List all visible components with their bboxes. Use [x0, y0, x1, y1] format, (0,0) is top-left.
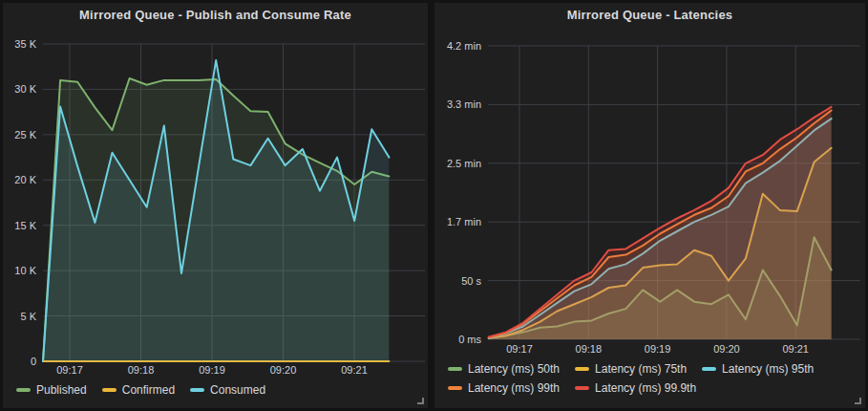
svg-text:3.3 min: 3.3 min: [447, 98, 481, 110]
legend-series-label[interactable]: Consumed: [210, 383, 265, 397]
latency-chart[interactable]: 0 ms50 s1.7 min2.5 min3.3 min4.2 min09:1…: [434, 28, 865, 357]
svg-text:50 s: 50 s: [461, 275, 481, 287]
panel-resize-handle-icon[interactable]: [417, 398, 424, 404]
panel-resize-handle-icon[interactable]: [855, 398, 861, 404]
legend-series-dash-icon: [16, 388, 31, 392]
svg-text:15 K: 15 K: [14, 220, 36, 231]
svg-text:5 K: 5 K: [20, 311, 36, 322]
svg-text:09:18: 09:18: [576, 343, 603, 355]
legend-item[interactable]: Confirmed: [102, 380, 175, 400]
legend-series-label[interactable]: Latency (ms) 95th: [722, 362, 814, 376]
panel-publish-consume-rate: Mirrored Queue - Publish and Consume Rat…: [3, 3, 428, 408]
legend-item[interactable]: Latency (ms) 99.9th: [575, 379, 696, 398]
svg-text:09:19: 09:19: [645, 343, 671, 355]
svg-text:30 K: 30 K: [14, 83, 36, 95]
svg-text:4.2 min: 4.2 min: [447, 40, 481, 52]
rate-chart-legend: PublishedConfirmedConsumed: [3, 380, 428, 400]
svg-text:25 K: 25 K: [14, 129, 36, 141]
svg-text:09:21: 09:21: [782, 343, 809, 355]
panel-title[interactable]: Mirrored Queue - Publish and Consume Rat…: [3, 3, 428, 28]
legend-series-dash-icon: [448, 367, 462, 371]
svg-text:0: 0: [31, 356, 36, 367]
legend-item[interactable]: Latency (ms) 99th: [448, 379, 560, 398]
legend-series-dash-icon: [702, 367, 716, 371]
legend-series-dash-icon: [102, 388, 116, 392]
svg-text:1.7 min: 1.7 min: [447, 216, 481, 227]
legend-series-label[interactable]: Latency (ms) 50th: [468, 362, 560, 376]
legend-series-dash-icon: [575, 367, 589, 371]
svg-text:09:20: 09:20: [270, 364, 297, 376]
svg-text:35 K: 35 K: [14, 38, 36, 50]
svg-text:09:17: 09:17: [506, 343, 533, 355]
legend-series-label[interactable]: Latency (ms) 75th: [595, 362, 687, 376]
svg-text:09:21: 09:21: [341, 364, 368, 376]
svg-text:10 K: 10 K: [14, 265, 36, 276]
rate-chart[interactable]: 05 K10 K15 K20 K25 K30 K35 K09:1709:1809…: [3, 28, 428, 378]
legend-item[interactable]: Consumed: [190, 380, 265, 400]
svg-text:09:17: 09:17: [56, 364, 83, 376]
panel-latencies: Mirrored Queue - Latencies 0 ms50 s1.7 m…: [434, 3, 865, 408]
legend-series-dash-icon: [575, 386, 589, 390]
legend-item[interactable]: Published: [16, 380, 87, 400]
legend-item[interactable]: Latency (ms) 95th: [702, 359, 814, 379]
svg-text:0 ms: 0 ms: [458, 334, 481, 345]
legend-series-dash-icon: [448, 386, 462, 390]
legend-series-label[interactable]: Latency (ms) 99.9th: [595, 381, 696, 395]
svg-text:09:18: 09:18: [128, 364, 155, 376]
svg-text:20 K: 20 K: [14, 174, 36, 185]
legend-item[interactable]: Latency (ms) 75th: [575, 359, 687, 379]
legend-series-label[interactable]: Latency (ms) 99th: [468, 381, 560, 395]
svg-text:09:20: 09:20: [713, 343, 740, 355]
latency-chart-legend: Latency (ms) 50thLatency (ms) 75thLatenc…: [434, 359, 865, 398]
legend-series-label[interactable]: Confirmed: [122, 383, 175, 397]
legend-item[interactable]: Latency (ms) 50th: [448, 359, 560, 379]
svg-text:09:19: 09:19: [199, 364, 225, 376]
svg-text:2.5 min: 2.5 min: [447, 158, 481, 169]
legend-series-label[interactable]: Published: [36, 383, 87, 397]
panel-title[interactable]: Mirrored Queue - Latencies: [434, 3, 865, 28]
dashboard: Mirrored Queue - Publish and Consume Rat…: [0, 0, 868, 411]
legend-series-dash-icon: [190, 388, 204, 392]
